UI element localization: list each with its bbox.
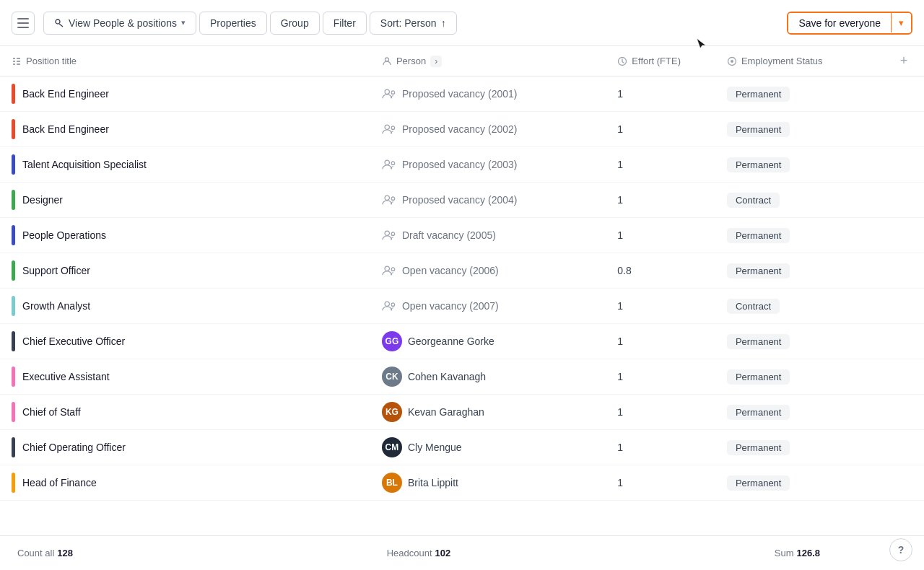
position-cell-td: Chief Operating Officer [0,430,370,465]
effort-td: 1 [606,76,715,112]
add-column-icon[interactable]: + [900,53,908,68]
status-col-icon [727,56,737,66]
vacancy-icon [382,158,396,171]
vacancy-label[interactable]: Open vacancy (2007) [402,300,499,312]
status-td: Permanent [715,359,884,395]
position-title[interactable]: Designer [22,194,63,206]
color-bar [12,473,15,493]
position-title[interactable]: Chief Operating Officer [22,442,126,453]
sort-direction-icon: ↑ [441,17,446,29]
table-row: Executive Assistant CK Cohen Kavanagh 1 … [0,359,924,395]
status-badge: Permanent [727,369,790,385]
person-cell: CM Cly Mengue [382,437,594,457]
color-bar [12,367,15,387]
person-name[interactable]: Brita Lippitt [408,477,458,488]
vacancy-icon [382,229,396,242]
person-cell: GG Georgeanne Gorke [382,331,594,351]
person-cell: CK Cohen Kavanagh [382,367,594,387]
position-cell-td: Growth Analyst [0,289,370,324]
position-title[interactable]: Support Officer [22,265,90,276]
effort-td: 0.8 [606,253,715,289]
person-col-expand[interactable]: › [430,56,442,67]
sidebar-toggle-icon [17,18,29,28]
person-td: BL Brita Lippitt [370,465,606,501]
view-btn-label: View People & positions [69,17,177,29]
status-badge: Permanent [727,122,790,137]
effort-col-icon [617,56,627,66]
position-cell: People Operations [12,225,359,245]
person-cell: Proposed vacancy (2001) [382,87,594,100]
person-name[interactable]: Georgeanne Gorke [408,336,494,347]
status-td: Permanent [715,430,884,465]
action-td [884,395,924,430]
save-chevron-button[interactable]: ▾ [891,13,911,32]
person-name[interactable]: Cohen Kavanagh [408,371,486,382]
person-cell: Open vacancy (2006) [382,264,594,277]
person-cell: Draft vacancy (2005) [382,229,594,242]
position-title[interactable]: Growth Analyst [22,300,90,312]
action-td [884,76,924,112]
vacancy-label[interactable]: Proposed vacancy (2004) [402,194,518,206]
avatar: GG [382,331,402,351]
group-button[interactable]: Group [270,12,320,35]
positions-table: Position title Person › [0,46,924,501]
headcount-value: 102 [435,548,451,558]
position-title[interactable]: Chief Executive Officer [22,336,125,347]
view-people-positions-button[interactable]: View People & positions ▾ [43,12,196,35]
effort-value: 1 [617,194,623,206]
svg-rect-1 [17,22,29,24]
position-title[interactable]: Head of Finance [22,477,97,488]
table-row: Back End Engineer Proposed vacancy (2002… [0,112,924,147]
vacancy-label[interactable]: Draft vacancy (2005) [402,229,496,241]
filter-button[interactable]: Filter [323,12,367,35]
person-cell: Proposed vacancy (2002) [382,123,594,136]
person-cell: BL Brita Lippitt [382,473,594,493]
list-icon [12,56,22,66]
sum-value: 126.8 [796,548,820,558]
action-td [884,359,924,395]
table-row: Talent Acquisition Specialist Proposed v… [0,147,924,183]
person-cell: KG Kevan Garaghan [382,402,594,422]
view-chevron-icon: ▾ [181,18,186,27]
position-title[interactable]: Executive Assistant [22,371,110,382]
position-title[interactable]: Talent Acquisition Specialist [22,159,147,170]
position-title[interactable]: Back End Engineer [22,88,109,100]
save-for-everyone-button[interactable]: Save for everyone [788,13,891,33]
position-title[interactable]: People Operations [22,229,106,241]
color-bar [12,296,15,316]
table-header-row: Position title Person › [0,46,924,76]
vacancy-label[interactable]: Proposed vacancy (2002) [402,123,518,135]
toolbar: View People & positions ▾ Properties Gro… [0,0,924,46]
color-bar [12,437,15,457]
status-badge: Contract [727,299,780,314]
vacancy-label[interactable]: Open vacancy (2006) [402,265,499,276]
effort-value: 1 [617,336,623,347]
person-cell: Proposed vacancy (2004) [382,193,594,206]
position-title[interactable]: Back End Engineer [22,123,109,135]
effort-value: 1 [617,371,623,382]
effort-value: 1 [617,300,623,312]
table-row: Support Officer Open vacancy (2006) 0.8 [0,253,924,289]
position-title[interactable]: Chief of Staff [22,406,81,418]
svg-point-21 [385,196,389,200]
person-name[interactable]: Cly Mengue [408,442,462,453]
position-cell-td: Designer [0,183,370,218]
action-td [884,112,924,147]
sort-button[interactable]: Sort: Person ↑ [370,12,457,35]
vacancy-label[interactable]: Proposed vacancy (2003) [402,159,518,170]
position-cell-td: People Operations [0,218,370,253]
person-name[interactable]: Kevan Garaghan [408,406,484,418]
help-button[interactable]: ? [889,538,912,561]
status-col-label: Employment Status [741,56,823,66]
properties-button[interactable]: Properties [199,12,267,35]
table-row: Chief Executive Officer GG Georgeanne Go… [0,324,924,359]
sidebar-toggle-button[interactable] [12,12,35,35]
vacancy-label[interactable]: Proposed vacancy (2001) [402,88,518,100]
svg-point-22 [391,197,395,201]
position-cell-td: Chief Executive Officer [0,324,370,359]
color-bar [12,225,15,245]
svg-point-23 [385,231,389,235]
svg-rect-6 [13,61,15,62]
effort-td: 1 [606,147,715,183]
add-col-header[interactable]: + [884,46,924,76]
